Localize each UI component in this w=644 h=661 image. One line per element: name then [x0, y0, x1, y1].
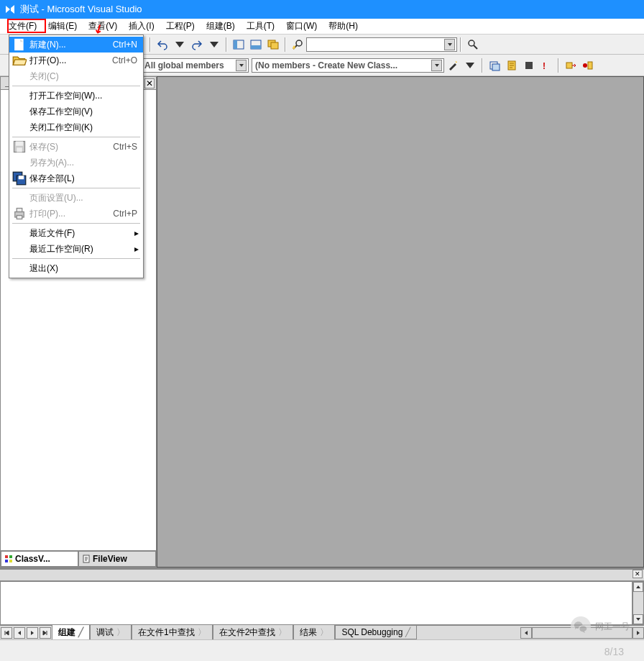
- editor-area[interactable]: [157, 76, 644, 567]
- find-button[interactable]: [290, 37, 305, 53]
- svg-rect-29: [9, 560, 12, 562]
- scroll-right-icon[interactable]: [632, 627, 644, 639]
- go-button[interactable]: [563, 58, 579, 73]
- menu-item-close[interactable]: 关闭(C): [9, 68, 143, 84]
- undo-dropdown[interactable]: [172, 37, 188, 53]
- window-titlebar: 测试 - Microsoft Visual Studio: [0, 0, 644, 19]
- tab-label: 调试: [96, 626, 114, 639]
- menu-item-open-workspace[interactable]: 打开工作空间(W)...: [9, 88, 143, 104]
- execute-button[interactable]: !: [538, 58, 554, 73]
- output-tab-find2[interactable]: 在文件2中查找〉: [213, 625, 294, 641]
- tab-label: FileView: [93, 554, 127, 564]
- window-list-button[interactable]: [265, 37, 281, 53]
- menu-project[interactable]: 工程(P): [160, 19, 201, 34]
- menu-item-open[interactable]: 打开(O)... Ctrl+O: [9, 53, 143, 68]
- save-icon: [12, 141, 27, 152]
- menu-item-exit[interactable]: 退出(X): [9, 260, 143, 276]
- menu-item-shortcut: Ctrl+P: [113, 209, 137, 219]
- svg-rect-22: [19, 175, 24, 179]
- vs-logo-icon: [4, 4, 16, 15]
- find-in-files-button[interactable]: [465, 37, 481, 53]
- menu-item-recent-workspaces[interactable]: 最近工作空间(R) ▸: [9, 241, 143, 257]
- wand-button[interactable]: [445, 58, 461, 73]
- tab-classview[interactable]: ClassV...: [1, 551, 78, 567]
- menu-item-shortcut: Ctrl+N: [113, 40, 137, 50]
- menu-help[interactable]: 帮助(H): [323, 19, 364, 34]
- fileview-icon: [82, 555, 91, 563]
- scroll-up-icon[interactable]: [633, 582, 643, 592]
- menu-item-label: 新建(N)...: [27, 39, 113, 51]
- tab-fileview[interactable]: FileView: [78, 551, 156, 567]
- class-combo[interactable]: (No members - Create New Class...: [252, 58, 444, 73]
- redo-dropdown[interactable]: [206, 37, 222, 53]
- menu-tools[interactable]: 工具(T): [241, 19, 280, 34]
- menu-item-saveall[interactable]: 保存全部(L): [9, 170, 143, 186]
- menubar: 文件(F) 编辑(E) 查看(V) 插入(I) 工程(P) 组建(B) 工具(T…: [0, 19, 644, 35]
- build-button[interactable]: [487, 58, 502, 73]
- dropdown-icon[interactable]: [444, 39, 455, 50]
- toolbar-separator: [285, 37, 286, 52]
- svg-rect-26: [5, 555, 8, 558]
- svg-point-14: [583, 63, 587, 68]
- menu-item-label: 保存工作空间(V): [27, 106, 137, 118]
- menu-item-label: 打印(P)...: [27, 208, 113, 220]
- menu-item-pagesetup[interactable]: 页面设置(U)...: [9, 190, 143, 206]
- find-combo[interactable]: [306, 37, 457, 52]
- tab-nav-first[interactable]: [1, 627, 12, 639]
- wand-dropdown[interactable]: [462, 58, 478, 73]
- tab-nav-next[interactable]: [27, 627, 38, 639]
- menu-insert[interactable]: 插入(I): [123, 19, 160, 34]
- menu-item-recent-files[interactable]: 最近文件(F) ▸: [9, 225, 143, 241]
- menu-item-save[interactable]: 保存(S) Ctrl+S: [9, 139, 143, 155]
- members-combo[interactable]: All global members: [141, 58, 249, 73]
- pane-tabs: ClassV... FileView: [1, 550, 156, 567]
- menu-item-saveas[interactable]: 另存为(A)...: [9, 155, 143, 170]
- breakpoint-button[interactable]: [580, 58, 596, 73]
- menu-build[interactable]: 组建(B): [201, 19, 241, 34]
- tab-nav-prev[interactable]: [14, 627, 25, 639]
- menu-item-save-workspace[interactable]: 保存工作空间(V): [9, 104, 143, 119]
- output-button[interactable]: [248, 37, 264, 53]
- svg-rect-24: [17, 209, 22, 212]
- output-tab-results[interactable]: 结果〉: [293, 625, 335, 641]
- submenu-arrow-icon: ▸: [134, 244, 139, 254]
- menu-view[interactable]: 查看(V): [83, 19, 123, 34]
- output-tab-find1[interactable]: 在文件1中查找〉: [132, 625, 213, 641]
- compile-button[interactable]: [504, 58, 520, 73]
- menu-item-label: 打开(O)...: [27, 55, 112, 67]
- output-tab-build[interactable]: 组建╱: [52, 625, 90, 641]
- scroll-left-icon[interactable]: [520, 627, 532, 639]
- output-tab-sql[interactable]: SQL Debugging╱: [335, 626, 417, 639]
- svg-text:!: !: [543, 61, 546, 71]
- svg-point-7: [469, 40, 474, 46]
- output-content[interactable]: [0, 581, 632, 625]
- vertical-scrollbar[interactable]: [632, 581, 644, 625]
- undo-button[interactable]: [155, 37, 170, 53]
- menu-file[interactable]: 文件(F): [3, 19, 42, 34]
- menu-item-print[interactable]: 打印(P)... Ctrl+P: [9, 206, 143, 222]
- tab-label: 结果: [300, 626, 317, 639]
- svg-rect-3: [251, 45, 261, 49]
- svg-rect-5: [271, 42, 278, 49]
- menu-window[interactable]: 窗口(W): [280, 19, 323, 34]
- dropdown-icon[interactable]: [236, 60, 247, 71]
- output-header: ✕: [0, 570, 644, 581]
- menu-item-label: 页面设置(U)...: [27, 192, 137, 204]
- menu-item-label: 保存(S): [27, 141, 113, 153]
- scroll-down-icon[interactable]: [633, 614, 643, 624]
- new-file-icon: [12, 39, 27, 50]
- menu-item-label: 另存为(A)...: [27, 157, 137, 169]
- svg-point-6: [296, 40, 302, 46]
- dropdown-icon[interactable]: [431, 60, 442, 71]
- workspace-button[interactable]: [231, 37, 247, 53]
- redo-button[interactable]: [189, 37, 205, 53]
- menu-item-new[interactable]: 新建(N)... Ctrl+N: [9, 37, 143, 53]
- pane-close-button[interactable]: ✕: [144, 78, 155, 88]
- output-tab-debug[interactable]: 调试〉: [90, 625, 132, 641]
- tab-nav-last[interactable]: [40, 627, 51, 639]
- menu-edit[interactable]: 编辑(E): [42, 19, 83, 34]
- stop-build-button[interactable]: [521, 58, 537, 73]
- menu-item-close-workspace[interactable]: 关闭工作空间(K): [9, 119, 143, 135]
- output-close-button[interactable]: ✕: [632, 570, 643, 578]
- svg-rect-19: [17, 147, 22, 152]
